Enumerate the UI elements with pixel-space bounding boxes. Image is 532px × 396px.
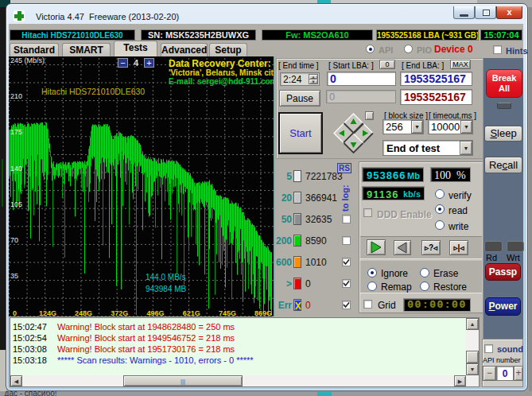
svg-text:175: 175: [10, 128, 22, 136]
svg-text:0: 0: [13, 309, 17, 317]
svg-text:70: 70: [10, 236, 18, 244]
svg-text:745G: 745G: [219, 309, 236, 317]
svg-text:621G: 621G: [183, 309, 200, 317]
svg-text:372G: 372G: [111, 309, 128, 317]
svg-text:245 (Mb/s): 245 (Mb/s): [10, 56, 45, 64]
svg-text:496G: 496G: [146, 309, 164, 317]
svg-text:869G: 869G: [254, 309, 272, 317]
svg-text:140: 140: [10, 165, 22, 173]
svg-text:105: 105: [10, 200, 22, 208]
svg-text:124G: 124G: [39, 309, 56, 317]
svg-text:210: 210: [10, 92, 22, 100]
svg-text:248G: 248G: [75, 309, 92, 317]
svg-text:35: 35: [10, 272, 18, 280]
